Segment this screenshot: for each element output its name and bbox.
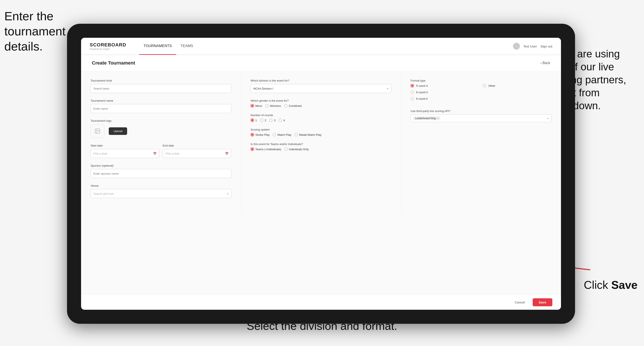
chip-clear-icon[interactable]: × xyxy=(437,117,438,120)
back-link[interactable]: ‹ Back xyxy=(540,61,550,65)
gender-group: Which gender is the event for? Mens Wome… xyxy=(250,99,391,108)
rounds-4-label: 4 xyxy=(284,119,285,122)
division-group: Which division is the event for? NCAA Di… xyxy=(250,79,391,93)
scoring-medal-label: Medal Match Play xyxy=(299,133,322,136)
radio-6c5-circle xyxy=(410,97,414,100)
start-date-field: Start date Pick a date 📅 xyxy=(90,144,159,158)
radio-teams-circle xyxy=(250,148,254,151)
format-type-group: Format type 5 count 4 6 count 4 xyxy=(410,79,552,103)
event-type-radio-group: Teams (+Individuals) Individuals Only xyxy=(250,148,391,151)
format-5count4[interactable]: 5 count 4 xyxy=(410,84,479,87)
rounds-2-label: 2 xyxy=(264,119,266,122)
venue-input[interactable]: Search golf club ▾ xyxy=(90,189,231,198)
radio-womens-circle xyxy=(265,104,269,108)
sponsor-label: Sponsor (optional) xyxy=(90,164,231,167)
logo-area: SCOREBOARD Powered by Clippit xyxy=(90,42,126,50)
end-date-input[interactable]: Pick a date 📅 xyxy=(163,149,232,158)
scoring-stroke[interactable]: Stroke Play xyxy=(250,133,270,136)
tournament-name-label: Tournament name xyxy=(90,99,231,102)
radio-5c4-circle xyxy=(410,84,414,87)
gender-womens[interactable]: Womens xyxy=(265,104,281,108)
venue-placeholder: Search golf club xyxy=(94,192,114,195)
division-label: Which division is the event for? xyxy=(250,79,391,82)
event-type-group: Is this event for Teams and/or Individua… xyxy=(250,143,391,151)
form-col-1: Tournament Host Tournament name Tourname… xyxy=(81,71,241,212)
logo-upload-area: Upload xyxy=(90,124,231,138)
tournament-logo-label: Tournament logo xyxy=(90,119,231,122)
tournament-host-label: Tournament Host xyxy=(90,79,231,82)
gender-mens[interactable]: Mens xyxy=(250,104,262,108)
scoring-match[interactable]: Match Play xyxy=(272,133,291,136)
gender-mens-label: Mens xyxy=(255,104,262,108)
tournament-name-input[interactable] xyxy=(90,104,231,113)
format-6c4-label: 6 count 4 xyxy=(416,91,428,94)
live-scoring-select[interactable]: Leaderboard King × ▾ xyxy=(410,114,552,122)
rounds-1-label: 1 xyxy=(255,119,257,122)
tournament-host-group: Tournament Host xyxy=(90,79,231,93)
scoring-stroke-label: Stroke Play xyxy=(255,133,270,136)
rounds-3[interactable]: 3 xyxy=(269,119,276,122)
event-individuals[interactable]: Individuals Only xyxy=(284,148,309,151)
event-teams-label: Teams (+Individuals) xyxy=(255,148,281,151)
gender-combined[interactable]: Combined xyxy=(284,104,302,108)
save-button[interactable]: Save xyxy=(533,298,552,306)
nav-links: TOURNAMENTS TEAMS xyxy=(139,38,198,55)
nav-teams[interactable]: TEAMS xyxy=(176,38,198,55)
rounds-3-label: 3 xyxy=(274,119,276,122)
division-value: NCAA Division I xyxy=(253,87,273,90)
svg-point-6 xyxy=(96,130,97,131)
logo-sub: Powered by Clippit xyxy=(90,48,126,50)
start-date-input[interactable]: Pick a date 📅 xyxy=(90,149,159,158)
live-scoring-group: Use third-party live scoring API? Leader… xyxy=(410,109,552,122)
cancel-button[interactable]: Cancel xyxy=(510,298,529,306)
chevron-down-icon-div: ▾ xyxy=(387,87,388,90)
form-layout: Tournament Host Tournament name Tourname… xyxy=(81,71,561,212)
annotation-bottom-right: Click Save xyxy=(584,278,638,292)
format-type-label: Format type xyxy=(410,79,552,82)
sponsor-group: Sponsor (optional) xyxy=(90,164,231,178)
tablet-frame: SCOREBOARD Powered by Clippit TOURNAMENT… xyxy=(67,24,575,324)
end-date-label: End date xyxy=(163,144,232,147)
radio-match-circle xyxy=(272,133,276,136)
nav-bar: SCOREBOARD Powered by Clippit TOURNAMENT… xyxy=(81,38,561,55)
tournament-host-input[interactable] xyxy=(90,84,231,93)
rounds-2[interactable]: 2 xyxy=(260,119,266,122)
main-content: Tournament Host Tournament name Tourname… xyxy=(81,71,561,295)
venue-label: Venue xyxy=(90,184,231,187)
format-5c4-label: 5 count 4 xyxy=(416,84,428,87)
scoring-medal-match[interactable]: Medal Match Play xyxy=(294,133,322,136)
save-word: Save xyxy=(611,279,638,291)
format-other[interactable]: Other xyxy=(483,84,552,87)
format-6count4[interactable]: 6 count 4 xyxy=(410,90,479,94)
annotation-top-left: Enter the tournament details. xyxy=(4,9,66,54)
nav-tournaments[interactable]: TOURNAMENTS xyxy=(139,38,176,55)
signout-link[interactable]: Sign out xyxy=(540,44,552,48)
upload-button[interactable]: Upload xyxy=(109,127,127,135)
radio-individuals-circle xyxy=(284,148,288,151)
gender-combined-label: Combined xyxy=(289,104,302,108)
event-individuals-label: Individuals Only xyxy=(289,148,309,151)
avatar xyxy=(513,43,520,50)
start-date-placeholder: Pick a date xyxy=(94,152,107,155)
rounds-4[interactable]: 4 xyxy=(279,119,285,122)
sponsor-input[interactable] xyxy=(90,169,231,178)
format-6c5-label: 6 count 5 xyxy=(416,97,428,100)
radio-2-circle xyxy=(260,119,263,122)
scoring-label: Scoring system xyxy=(250,128,391,131)
event-teams[interactable]: Teams (+Individuals) xyxy=(250,148,281,151)
gender-womens-label: Womens xyxy=(270,104,281,108)
live-scoring-chevron: ▾ xyxy=(547,117,549,120)
rounds-radio-group: 1 2 3 4 xyxy=(250,119,391,122)
radio-3-circle xyxy=(269,119,272,122)
format-6count5[interactable]: 6 count 5 xyxy=(410,97,479,100)
logo-text: SCOREBOARD xyxy=(90,42,126,48)
start-date-label: Start date xyxy=(90,144,159,147)
date-row: Start date Pick a date 📅 End date Pick a… xyxy=(90,144,231,158)
venue-group: Venue Search golf club ▾ xyxy=(90,184,231,198)
rounds-label: Number of rounds xyxy=(250,114,391,117)
logo-placeholder xyxy=(90,124,104,138)
calendar-icon: 📅 xyxy=(153,152,156,155)
format-options-right: Other xyxy=(483,84,552,90)
rounds-1[interactable]: 1 xyxy=(250,119,257,122)
division-select[interactable]: NCAA Division I ▾ xyxy=(250,84,391,93)
